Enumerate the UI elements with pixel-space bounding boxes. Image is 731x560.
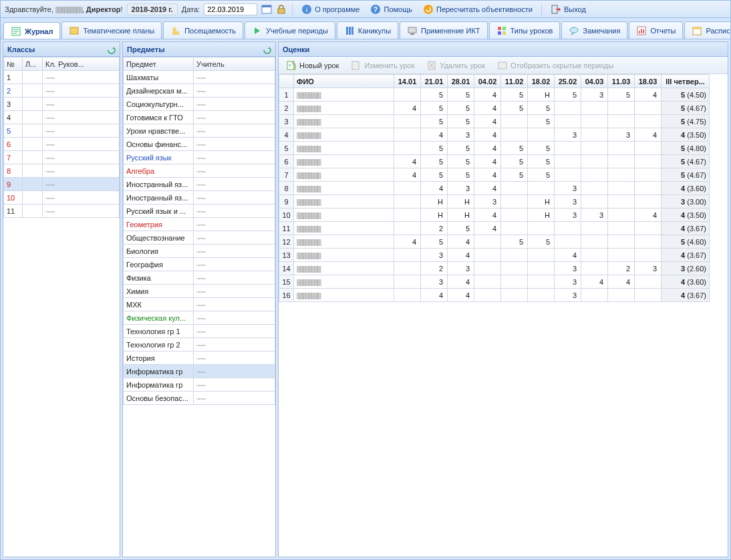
grade-cell[interactable] <box>501 195 528 208</box>
grade-cell[interactable]: 5 <box>501 235 528 249</box>
subject-row[interactable]: Шахматы~~~ <box>124 71 275 84</box>
grade-cell[interactable]: 3 <box>555 289 581 302</box>
grade-cell[interactable] <box>635 182 662 195</box>
grade-cell[interactable]: 4 <box>394 102 421 115</box>
grade-cell[interactable]: 3 <box>555 208 581 222</box>
grade-row[interactable]: 4▒▒▒▒▒▒▒▒4343344 (3.50) <box>279 128 710 142</box>
grade-cell[interactable] <box>501 182 528 195</box>
grade-cell[interactable]: Н <box>528 208 555 222</box>
grade-row[interactable]: 15▒▒▒▒▒▒▒▒343444 (3.60) <box>279 275 710 289</box>
grade-cell[interactable]: 3 <box>448 262 474 275</box>
class-row[interactable]: 8~~~ <box>4 164 120 178</box>
col-date[interactable]: 11.03 <box>608 75 635 88</box>
tab-journal[interactable]: Журнал <box>3 22 60 39</box>
class-row[interactable]: 4~~~ <box>4 111 120 124</box>
grade-cell[interactable]: 4 <box>394 155 421 168</box>
grade-cell[interactable] <box>635 222 662 235</box>
col-date[interactable]: 04.02 <box>474 75 501 88</box>
tab-themes[interactable]: Тематические планы <box>61 21 162 39</box>
refresh-icon[interactable] <box>106 45 116 54</box>
grade-cell[interactable]: 3 <box>448 182 474 195</box>
grade-cell[interactable]: 5 <box>448 168 474 182</box>
grade-cell[interactable] <box>581 182 608 195</box>
col-date[interactable]: 04.03 <box>581 75 608 88</box>
grade-cell[interactable]: 5 <box>421 88 448 102</box>
grade-cell[interactable] <box>581 249 608 262</box>
grade-cell[interactable] <box>635 275 662 289</box>
col-date[interactable]: 21.01 <box>421 75 448 88</box>
grade-cell[interactable]: 3 <box>448 128 474 142</box>
grade-cell[interactable]: 3 <box>581 88 608 102</box>
grade-cell[interactable] <box>555 235 581 249</box>
col-lit[interactable]: Л... <box>23 57 43 71</box>
grade-cell[interactable]: 4 <box>474 128 501 142</box>
grade-cell[interactable]: 4 <box>474 182 501 195</box>
grade-cell[interactable]: Н <box>528 195 555 208</box>
grade-cell[interactable] <box>474 235 501 249</box>
grade-cell[interactable] <box>528 182 555 195</box>
grade-cell[interactable] <box>394 142 421 155</box>
grade-cell[interactable]: 4 <box>474 155 501 168</box>
grade-cell[interactable]: 4 <box>421 182 448 195</box>
grade-cell[interactable]: 2 <box>608 262 635 275</box>
grade-cell[interactable]: 5 <box>555 88 581 102</box>
grade-cell[interactable]: 5 <box>421 142 448 155</box>
grade-cell[interactable]: 3 <box>421 249 448 262</box>
grade-cell[interactable]: Н <box>528 88 555 102</box>
grade-cell[interactable] <box>608 142 635 155</box>
grade-cell[interactable]: 5 <box>448 115 474 128</box>
grade-cell[interactable] <box>501 208 528 222</box>
grade-cell[interactable]: 5 <box>421 155 448 168</box>
grade-cell[interactable]: Н <box>421 195 448 208</box>
grade-cell[interactable] <box>581 195 608 208</box>
grade-cell[interactable] <box>581 155 608 168</box>
col-num[interactable]: № <box>4 57 23 71</box>
subject-row[interactable]: МХК~~~ <box>124 298 275 311</box>
col-date[interactable]: 14.01 <box>394 75 421 88</box>
subject-row[interactable]: Готовимся к ГТО~~~ <box>124 111 275 124</box>
grade-cell[interactable]: 4 <box>581 275 608 289</box>
grade-cell[interactable] <box>394 115 421 128</box>
grade-cell[interactable]: 4 <box>474 222 501 235</box>
col-subject[interactable]: Предмет <box>124 57 194 71</box>
grade-cell[interactable] <box>581 128 608 142</box>
grade-cell[interactable]: 4 <box>635 208 662 222</box>
subject-row[interactable]: География~~~ <box>124 258 275 271</box>
grade-cell[interactable]: 4 <box>474 168 501 182</box>
grade-cell[interactable] <box>474 249 501 262</box>
grade-cell[interactable] <box>474 262 501 275</box>
grade-cell[interactable] <box>608 168 635 182</box>
grade-cell[interactable] <box>608 249 635 262</box>
grade-cell[interactable] <box>608 222 635 235</box>
col-date[interactable]: 11.02 <box>501 75 528 88</box>
subject-row[interactable]: Химия~~~ <box>124 285 275 298</box>
class-row[interactable]: 1~~~ <box>4 71 120 84</box>
grade-cell[interactable]: 5 <box>448 155 474 168</box>
grade-cell[interactable] <box>608 155 635 168</box>
grade-cell[interactable] <box>394 289 421 302</box>
grade-cell[interactable] <box>635 102 662 115</box>
col-date[interactable]: 28.01 <box>448 75 474 88</box>
subject-row[interactable]: Геометрия~~~ <box>124 218 275 231</box>
grade-cell[interactable]: 4 <box>448 235 474 249</box>
lock-icon[interactable] <box>276 4 287 15</box>
grade-cell[interactable] <box>581 142 608 155</box>
subject-row[interactable]: Обществознание~~~ <box>124 231 275 245</box>
subject-row[interactable]: Биология~~~ <box>124 245 275 258</box>
grade-cell[interactable] <box>394 222 421 235</box>
new-lesson-button[interactable]: + Новый урок <box>283 58 342 73</box>
grade-row[interactable]: 8▒▒▒▒▒▒▒▒43434 (3.60) <box>279 182 710 195</box>
subject-row[interactable]: Уроки нравстве...~~~ <box>124 124 275 138</box>
tab-notes[interactable]: Замечания <box>561 21 627 39</box>
grade-cell[interactable]: 4 <box>474 115 501 128</box>
grade-cell[interactable] <box>608 182 635 195</box>
grade-cell[interactable] <box>474 275 501 289</box>
grade-cell[interactable]: 5 <box>501 142 528 155</box>
grade-cell[interactable] <box>555 115 581 128</box>
grade-cell[interactable]: 4 <box>421 289 448 302</box>
grade-cell[interactable] <box>608 235 635 249</box>
class-row[interactable]: 2~~~ <box>4 84 120 98</box>
grade-row[interactable]: 3▒▒▒▒▒▒▒▒55455 (4.75) <box>279 115 710 128</box>
date-input[interactable] <box>204 3 257 15</box>
grade-cell[interactable] <box>501 262 528 275</box>
